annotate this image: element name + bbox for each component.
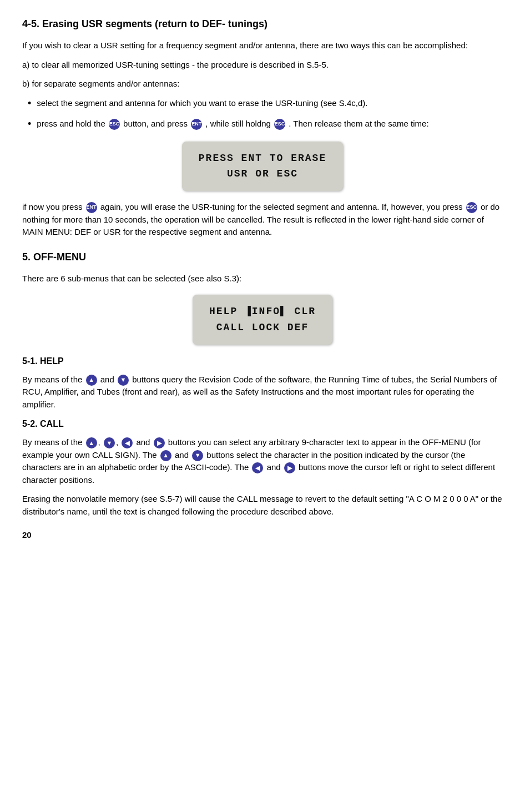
left-button-2: ◀ (252, 462, 263, 473)
heading-5: 5. OFF-MENU (22, 250, 503, 265)
section-5-2: 5-2. CALL By means of the ▲, ▼, ◀ and ▶ … (22, 417, 503, 518)
section-4-5: 4-5. Erasing USR segments (return to DEF… (22, 17, 503, 239)
heading-5-2: 5-2. CALL (22, 417, 503, 431)
para-3: if now you press ENT again, you will era… (22, 201, 503, 239)
bullet-dot-2: • (28, 117, 31, 132)
ent-button-2: ENT (86, 202, 97, 213)
up-button-1: ▲ (86, 375, 97, 386)
para-b: b) for separate segments and/or antennas… (22, 78, 503, 90)
para-4: There are 6 sub-menus that can be select… (22, 273, 503, 285)
section-5: 5. OFF-MENU There are 6 sub-menus that c… (22, 250, 503, 345)
display2-line-2: CALL LOCK DEF (209, 320, 316, 336)
up-button-2: ▲ (86, 437, 97, 448)
bullet-dot-1: • (28, 96, 31, 111)
display-box-1: PRESS ENT TO ERASE USR OR ESC (22, 142, 503, 191)
page-number: 20 (22, 530, 32, 539)
down-button-3: ▼ (192, 450, 203, 461)
display-box-2: HELP ▐INFO▌ CLR CALL LOCK DEF (22, 295, 503, 345)
display-inner-2: HELP ▐INFO▌ CLR CALL LOCK DEF (193, 295, 332, 345)
left-button-1: ◀ (122, 437, 133, 448)
heading-4-5: 4-5. Erasing USR segments (return to DEF… (22, 17, 503, 32)
esc-button-3: ESC (466, 202, 477, 213)
para-7: Erasing the nonvolatile memory (see S.5-… (22, 493, 503, 518)
right-button-2: ▶ (284, 462, 295, 473)
section-5-1: 5-1. HELP By means of the ▲ and ▼ button… (22, 355, 503, 411)
heading-5-1: 5-1. HELP (22, 355, 503, 368)
down-button-2: ▼ (104, 437, 115, 448)
bullet-2-text: press and hold the ESC button, and press… (37, 118, 428, 130)
down-button-1: ▼ (118, 375, 129, 386)
bullet-2: • press and hold the ESC button, and pre… (22, 118, 503, 132)
esc-button-1: ESC (109, 119, 120, 130)
ent-button-1: ENT (191, 119, 202, 130)
esc-button-2: ESC (274, 119, 285, 130)
page-number-area: 20 (22, 529, 503, 542)
bullet-1: • select the segment and antenna for whi… (22, 97, 503, 111)
para-intro: If you wish to clear a USR setting for a… (22, 39, 503, 52)
display-line-1: PRESS ENT TO ERASE (199, 150, 326, 167)
para-6: By means of the ▲, ▼, ◀ and ▶ buttons yo… (22, 436, 503, 486)
para-5: By means of the ▲ and ▼ buttons query th… (22, 374, 503, 411)
display-inner-1: PRESS ENT TO ERASE USR OR ESC (182, 142, 343, 191)
display-line-2: USR OR ESC (199, 166, 326, 182)
right-button-1: ▶ (154, 437, 165, 448)
bullet-1-text: select the segment and antenna for which… (37, 97, 367, 110)
up-button-3: ▲ (160, 450, 171, 461)
display2-line-1: HELP ▐INFO▌ CLR (209, 304, 316, 320)
para-a: a) to clear all memorized USR-tuning set… (22, 59, 503, 72)
